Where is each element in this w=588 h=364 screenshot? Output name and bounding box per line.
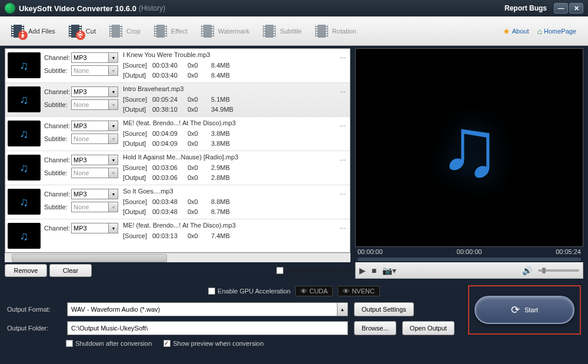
row-menu-button[interactable]: …: [336, 151, 350, 185]
start-button[interactable]: ⟳ Start: [475, 296, 574, 324]
crop-button[interactable]: Crop: [102, 21, 146, 42]
shutdown-checkbox[interactable]: Shutdown after conversion: [66, 340, 152, 347]
snapshot-button[interactable]: 📷▾: [382, 266, 396, 275]
volume-slider[interactable]: [538, 269, 579, 272]
row-menu-button[interactable]: …: [336, 83, 350, 116]
main-area: ♫Channel:MP3▾Subtitle:None▾I Knew You We…: [0, 46, 588, 281]
minimize-button[interactable]: —: [554, 3, 568, 14]
homepage-link[interactable]: ⌂HomePage: [537, 26, 576, 36]
open-output-button[interactable]: Open Output: [402, 321, 455, 335]
file-thumbnail: ♫: [8, 121, 41, 146]
channel-label: Channel:: [44, 191, 71, 198]
output-settings-button[interactable]: Output Settings: [354, 302, 414, 316]
subtitle-label: Subtitle:: [44, 203, 71, 211]
film-icon: ✂: [69, 25, 82, 38]
file-thumbnail: ♫: [8, 223, 41, 249]
file-row[interactable]: ♫Channel:MP3▾Subtitle:None▾So It Goes...…: [5, 185, 350, 219]
channel-select[interactable]: MP3▾: [71, 155, 118, 165]
refresh-icon: ⟳: [511, 303, 520, 316]
star-icon: ★: [503, 26, 510, 36]
remove-button[interactable]: Remove: [5, 264, 47, 277]
file-thumbnail: ♫: [8, 155, 41, 181]
cut-button[interactable]: ✂ Cut: [61, 21, 102, 42]
chevron-up-icon: ▴: [337, 303, 348, 316]
volume-icon[interactable]: 🔊: [522, 266, 532, 275]
file-thumbnail: ♫: [8, 86, 41, 112]
watermark-button[interactable]: Watermark: [193, 21, 255, 42]
merge-checkbox[interactable]: Merge all files into one: [276, 267, 350, 274]
channel-select[interactable]: MP3▾: [71, 86, 118, 97]
chevron-down-icon: ▾: [108, 87, 118, 96]
play-button[interactable]: ▶: [359, 266, 366, 275]
options-row: Shutdown after conversion Show preview w…: [66, 340, 581, 347]
output-format-select[interactable]: WAV - Waveform Audio (*.wav)▴: [67, 302, 348, 316]
row-controls: Channel:MP3▾Subtitle:None▾: [43, 83, 119, 116]
subtitle-label: Subtitle:: [44, 135, 71, 142]
file-list[interactable]: ♫Channel:MP3▾Subtitle:None▾I Knew You We…: [5, 48, 350, 253]
file-row[interactable]: ♫Channel:MP3▾Subtitle:None▾I Knew You We…: [5, 49, 350, 83]
about-link[interactable]: ★About: [503, 26, 529, 36]
channel-label: Channel:: [44, 225, 71, 232]
subtitle-select[interactable]: None▾: [71, 202, 118, 212]
subtitle-select[interactable]: None▾: [71, 99, 118, 110]
file-title: So It Goes....mp3: [123, 188, 332, 198]
channel-select[interactable]: MP3▾: [71, 121, 118, 131]
file-thumbnail: ♫: [8, 52, 41, 78]
toolbar: + Add Files ✂ Cut Crop Effect Watermark …: [0, 16, 588, 46]
clear-button[interactable]: Clear: [49, 264, 92, 277]
subtitle-select[interactable]: None▾: [71, 168, 118, 178]
channel-select[interactable]: MP3▾: [71, 189, 118, 199]
chevron-down-icon: ▾: [108, 189, 118, 199]
subtitle-select[interactable]: None▾: [71, 133, 118, 144]
file-row[interactable]: ♫Channel:MP3▾ME! (feat. Brendo...! At Th…: [5, 219, 350, 253]
channel-label: Channel:: [44, 54, 71, 61]
file-row[interactable]: ♫Channel:MP3▾Subtitle:None▾ME! (feat. Br…: [5, 117, 350, 151]
close-button[interactable]: ✕: [569, 3, 583, 14]
chevron-down-icon: ▾: [108, 100, 118, 109]
list-footer: Remove Clear Merge all files into one: [5, 262, 350, 279]
stop-button[interactable]: ■: [372, 266, 376, 275]
preview-video[interactable]: ♫: [355, 48, 583, 247]
channel-label: Channel:: [44, 122, 71, 129]
subtitle-select[interactable]: None▾: [71, 65, 118, 76]
app-title: UkeySoft Video Converter 10.6.0: [19, 4, 136, 13]
music-note-icon: ♫: [20, 229, 29, 243]
channel-select[interactable]: MP3▾: [71, 223, 118, 233]
row-menu-button[interactable]: …: [336, 49, 350, 82]
channel-select[interactable]: MP3▾: [71, 52, 118, 63]
start-highlight: ⟳ Start: [468, 285, 581, 335]
chevron-down-icon: ▾: [108, 66, 118, 75]
seek-slider[interactable]: [358, 258, 581, 261]
music-note-icon: ♫: [20, 93, 29, 106]
chevron-down-icon: ▾: [108, 202, 118, 212]
rotation-button[interactable]: Rotation: [308, 21, 362, 42]
report-bugs-link[interactable]: Report Bugs: [505, 4, 547, 12]
row-menu-button[interactable]: …: [336, 185, 350, 219]
effect-button[interactable]: Effect: [146, 21, 193, 42]
output-folder-input[interactable]: C:\Output Music-UkeySoft\: [67, 321, 348, 335]
preview-checkbox[interactable]: Show preview when conversion: [163, 340, 263, 347]
add-files-button[interactable]: + Add Files: [4, 21, 61, 42]
row-menu-button[interactable]: …: [336, 219, 350, 253]
chevron-down-icon: ▾: [108, 121, 118, 131]
row-menu-button[interactable]: …: [336, 117, 350, 151]
row-controls: Channel:MP3▾Subtitle:None▾: [43, 151, 119, 185]
row-info: Hold It Against Me...Nause) [Radio].mp3[…: [119, 151, 336, 185]
titlebar: UkeySoft Video Converter 10.6.0 (History…: [0, 0, 588, 16]
output-format-label: Output Format:: [7, 306, 61, 313]
film-icon: [109, 25, 122, 38]
film-icon: [315, 25, 328, 38]
chevron-down-icon: ▾: [108, 168, 118, 178]
subtitle-button[interactable]: Subtitle: [255, 21, 308, 42]
file-row[interactable]: ♫Channel:MP3▾Subtitle:None▾Hold It Again…: [5, 151, 350, 185]
file-row[interactable]: ♫Channel:MP3▾Subtitle:None▾Intro Bravehe…: [5, 83, 350, 117]
music-note-icon: ♫: [20, 161, 29, 175]
browse-button[interactable]: Browse...: [354, 321, 396, 335]
row-controls: Channel:MP3▾Subtitle:None▾: [43, 49, 119, 82]
row-info: ME! (feat. Brendo...! At The Disco).mp3[…: [119, 219, 336, 253]
music-note-icon: ♫: [20, 127, 29, 141]
subtitle-label: Subtitle:: [44, 67, 71, 74]
horizontal-scrollbar[interactable]: [5, 253, 350, 262]
file-title: Hold It Against Me...Nause) [Radio].mp3: [123, 153, 332, 164]
gpu-checkbox[interactable]: Enable GPU Acceleration: [208, 288, 290, 295]
